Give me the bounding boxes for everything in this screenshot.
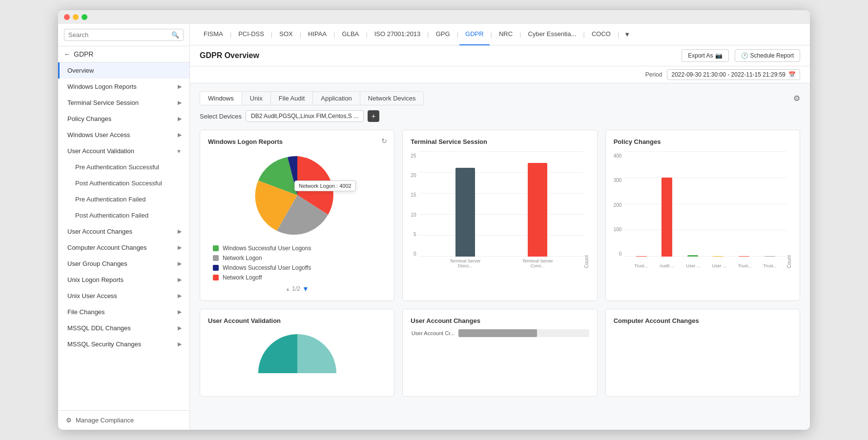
period-value[interactable]: 2022-09-30 21:30:00 - 2022-11-15 21:29:5…	[667, 69, 800, 80]
sidebar-item-file-changes[interactable]: File Changes ▶	[58, 304, 189, 320]
sidebar-item-pre-auth-success[interactable]: Pre Authentication Successful	[58, 159, 189, 175]
nav-item-hipaa[interactable]: HIPAA	[302, 24, 332, 45]
y-label-5: 5	[413, 232, 416, 237]
nav-item-nrc[interactable]: NRC	[493, 24, 518, 45]
nav-item-gdpr[interactable]: GDPR	[459, 24, 490, 45]
pie-container: Network Logon : 4002 Windows Successful …	[208, 151, 386, 293]
sidebar-item-label: MSSQL Security Changes	[67, 340, 141, 348]
nav-item-iso[interactable]: ISO 27001:2013	[369, 24, 427, 45]
header-actions: Export As 📷 🕐 Schedule Report	[682, 49, 800, 62]
sidebar-item-computer-account[interactable]: Computer Account Changes ▶	[58, 240, 189, 256]
legend-dot-2	[213, 265, 219, 271]
search-input[interactable]	[68, 31, 168, 39]
next-page-icon[interactable]: ▼	[302, 285, 309, 293]
top-navigation: FISMA | PCI-DSS | SOX | HIPAA | GLBA | I…	[190, 24, 810, 45]
tabs-row: Windows Unix File Audit Application Netw…	[200, 91, 800, 105]
chart-user-account-validation: User Account Validation	[200, 309, 394, 397]
page-indicator: 1/2	[292, 285, 300, 292]
sidebar-item-pre-auth-fail[interactable]: Pre Authentication Failed	[58, 191, 189, 207]
period-label: Period	[645, 71, 662, 78]
nav-item-sox[interactable]: SOX	[273, 24, 298, 45]
sidebar-item-user-account-changes[interactable]: User Account Changes ▶	[58, 223, 189, 240]
sidebar-item-post-auth-fail[interactable]: Post Authentication Failed	[58, 207, 189, 223]
legend-dot-3	[213, 275, 219, 280]
sidebar-item-unix-access[interactable]: Unix User Access ▶	[58, 288, 189, 304]
content-area: Windows Unix File Audit Application Netw…	[190, 83, 810, 430]
sidebar-item-overview[interactable]: Overview	[58, 62, 189, 79]
tab-network[interactable]: Network Devices	[360, 92, 424, 105]
chart4-title: User Account Validation	[208, 317, 386, 324]
nav-item-gpg[interactable]: GPG	[430, 24, 456, 45]
sidebar-item-label: Post Authentication Failed	[75, 212, 148, 219]
legend-label-2: Windows Successful User Logoffs	[223, 264, 311, 271]
sidebar-item-mssql-ddl[interactable]: MSSQL DDL Changes ▶	[58, 320, 189, 336]
tab-unix[interactable]: Unix	[242, 92, 271, 105]
sidebar-item-user-account-validation[interactable]: User Account Validation ▼	[58, 143, 189, 159]
sidebar-item-mssql-security[interactable]: MSSQL Security Changes ▶	[58, 336, 189, 352]
close-button[interactable]	[64, 14, 70, 20]
sidebar-item-label: Post Authentication Successful	[75, 180, 162, 187]
y-axis-label-3: Count	[786, 255, 792, 268]
add-device-button[interactable]: +	[368, 110, 379, 122]
settings-icon[interactable]: ⚙	[793, 94, 800, 103]
sidebar-item-unix-logon[interactable]: Unix Logon Reports ▶	[58, 272, 189, 288]
chevron-right-icon: ▶	[178, 132, 182, 138]
sidebar-item-user-group[interactable]: User Group Changes ▶	[58, 256, 189, 272]
nav-item-coco[interactable]: COCO	[586, 24, 617, 45]
schedule-button[interactable]: 🕐 Schedule Report	[735, 49, 800, 62]
tooltip-label: Network Logon	[299, 183, 335, 189]
manage-compliance-label: Manage Compliance	[76, 417, 134, 424]
devices-value[interactable]: DB2 Audit,PGSQL,Linux FIM,Centos,S ...	[246, 110, 364, 122]
chevron-right-icon: ▶	[178, 293, 182, 299]
half-pie-container	[208, 329, 386, 378]
chevron-right-icon: ▶	[178, 228, 182, 235]
nav-item-pcidss[interactable]: PCI-DSS	[232, 24, 270, 45]
chevron-right-icon: ▶	[178, 83, 182, 90]
minimize-button[interactable]	[73, 14, 79, 20]
manage-compliance-button[interactable]: ⚙ Manage Compliance	[58, 410, 189, 430]
tab-file-audit[interactable]: File Audit	[271, 92, 313, 105]
tooltip-value: : 4002	[336, 183, 351, 189]
chart3-y-label: Count	[786, 151, 792, 268]
nav-item-cyber[interactable]: Cyber Essentia...	[522, 24, 582, 45]
tab-windows[interactable]: Windows	[200, 92, 242, 105]
chart6-title: Computer Account Changes	[614, 317, 792, 324]
sidebar-item-policy[interactable]: Policy Changes ▶	[58, 111, 189, 127]
y-label-100: 100	[614, 227, 622, 232]
nav-more-button[interactable]: ▼	[620, 31, 634, 38]
y-label-10: 10	[411, 212, 416, 218]
back-button[interactable]: ← GDPR	[58, 46, 189, 62]
y-label-300: 300	[614, 178, 622, 183]
refresh-icon[interactable]: ↻	[381, 137, 387, 145]
sidebar-item-post-auth-success[interactable]: Post Authentication Successful	[58, 175, 189, 191]
bar3-2	[687, 255, 698, 257]
y-axis-3: 400 300 200 100 0	[614, 151, 625, 268]
chevron-right-icon: ▶	[178, 260, 182, 267]
sidebar-item-label: Unix Logon Reports	[67, 276, 124, 283]
content-tabs: Windows Unix File Audit Application Netw…	[200, 91, 424, 105]
chart2-title: Terminal Service Session	[411, 138, 589, 145]
bar-group-1	[528, 163, 547, 257]
bar3-5	[765, 256, 775, 257]
y-label-15: 15	[411, 192, 416, 198]
sidebar-item-label: Overview	[67, 67, 94, 74]
chart1-legend: Windows Successful User Logons Network L…	[208, 245, 386, 281]
prev-page-icon[interactable]: ▲	[285, 286, 290, 292]
export-button[interactable]: Export As 📷	[682, 49, 728, 62]
sidebar-item-terminal[interactable]: Terminal Service Session ▶	[58, 95, 189, 111]
sidebar-item-windows-logon[interactable]: Windows Logon Reports ▶	[58, 79, 189, 95]
pie-nav: ▲ 1/2 ▼	[285, 285, 309, 293]
search-box[interactable]: 🔍	[64, 29, 184, 41]
nav-item-glba[interactable]: GLBA	[336, 24, 365, 45]
devices-row: Select Devices DB2 Audit,PGSQL,Linux FIM…	[200, 110, 800, 122]
x-label3-3: User ...	[712, 263, 726, 268]
tab-application[interactable]: Application	[313, 92, 360, 105]
sidebar-item-label: Unix User Access	[67, 292, 117, 300]
sidebar-item-label: Pre Authentication Successful	[75, 163, 159, 171]
chevron-right-icon: ▶	[178, 277, 182, 283]
chart5-title: User Account Changes	[411, 317, 589, 324]
maximize-button[interactable]	[82, 14, 87, 20]
nav-item-fisma[interactable]: FISMA	[198, 24, 229, 45]
clock-icon: 🕐	[741, 52, 748, 59]
sidebar-item-windows-access[interactable]: Windows User Access ▶	[58, 127, 189, 143]
